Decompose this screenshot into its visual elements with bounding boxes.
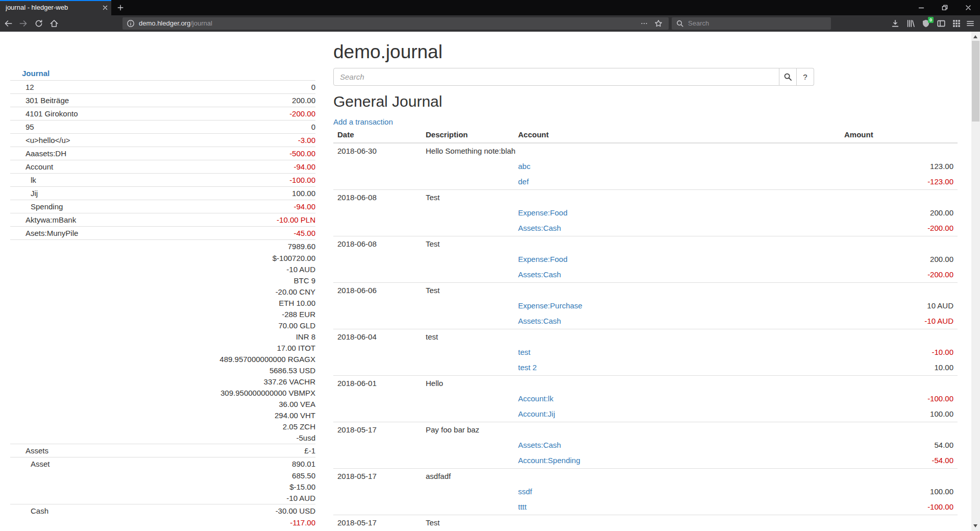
scroll-down-icon[interactable] xyxy=(973,524,977,527)
sidebar-account-row: Assets£-1 xyxy=(10,444,315,457)
forward-icon[interactable] xyxy=(16,16,31,31)
sidebar-account-link[interactable]: 301 Beiträge xyxy=(26,96,69,105)
menu-icon[interactable] xyxy=(966,19,975,28)
posting-account-link[interactable]: abc xyxy=(518,162,530,171)
posting-date-spacer xyxy=(333,298,422,313)
posting-account-link[interactable]: Expense:Purchase xyxy=(518,301,582,310)
sidebar-account-link[interactable]: Assets xyxy=(26,446,48,455)
tab-close-icon[interactable] xyxy=(101,4,109,12)
sidebar-account-name-cell xyxy=(10,275,137,286)
sidebar-account-link[interactable]: lk xyxy=(31,176,36,184)
posting-account-link[interactable]: Assets:Cash xyxy=(518,441,561,449)
grid-icon[interactable] xyxy=(952,19,961,28)
sidebar-account-balance: -117.00 xyxy=(137,517,315,528)
posting-account-link[interactable]: Expense:Food xyxy=(518,255,568,263)
sidebar-account-row: 17.00 ITOT xyxy=(10,343,315,354)
posting-account-link[interactable]: Account:Spending xyxy=(518,456,580,465)
search-button[interactable] xyxy=(779,68,797,86)
posting-account-link[interactable]: Expense:Food xyxy=(518,208,568,217)
search-icon xyxy=(783,73,792,81)
posting-row: test 210.00 xyxy=(333,360,958,376)
transaction-date: 2018-05-17 xyxy=(333,469,422,485)
sidebar-account-balance: 7989.60 xyxy=(137,240,315,253)
posting-account-link[interactable]: def xyxy=(518,177,529,186)
scrollbar-thumb[interactable] xyxy=(972,41,979,122)
new-tab-icon[interactable] xyxy=(116,4,125,12)
sidebar-account-link[interactable]: 12 xyxy=(26,83,34,91)
scroll-up-icon[interactable] xyxy=(973,35,977,38)
sidebar-account-name-cell: Aaasets:DH xyxy=(10,147,137,160)
posting-account-link[interactable]: Account:Jij xyxy=(518,409,555,418)
browser-toolbar: demo.hledger.org/journal Search 0 xyxy=(0,15,980,32)
posting-account-link[interactable]: Assets:Cash xyxy=(518,317,561,325)
sidebar-account-name-cell: Account xyxy=(10,160,137,174)
sidebar-account-link[interactable]: Asset xyxy=(31,460,50,468)
sidebar-account-name-cell xyxy=(10,253,137,264)
library-icon[interactable] xyxy=(906,19,915,28)
sidebar-account-link[interactable]: Aktywa:mBank xyxy=(26,215,76,224)
sidebar-journal-link[interactable]: Journal xyxy=(22,69,50,78)
home-icon[interactable] xyxy=(47,16,61,31)
add-transaction-link[interactable]: Add a transaction xyxy=(333,117,393,126)
reload-icon[interactable] xyxy=(32,16,46,31)
url-bar[interactable]: demo.hledger.org/journal xyxy=(122,17,669,30)
sidebar-account-link[interactable]: Asets:MunyPile xyxy=(26,229,78,237)
sidebar-account-name-cell xyxy=(10,286,137,298)
sidebar-account-link[interactable]: <u>hello</u> xyxy=(26,136,70,144)
sidebar-toggle-icon[interactable] xyxy=(937,19,946,28)
posting-description-spacer xyxy=(422,345,514,360)
bookmark-star-icon[interactable] xyxy=(654,19,663,28)
sidebar-account-link[interactable]: Cash xyxy=(31,506,48,515)
sidebar-account-name-cell xyxy=(10,264,137,275)
close-icon[interactable] xyxy=(957,0,980,15)
sidebar-account-row: 70.00 GLD xyxy=(10,320,315,331)
posting-description-spacer xyxy=(422,298,514,313)
posting-amount: 200.00 xyxy=(840,252,958,267)
transaction-account-spacer xyxy=(514,515,840,531)
posting-date-spacer xyxy=(333,345,422,360)
sidebar-account-row: 301 Beiträge200.00 xyxy=(10,94,315,107)
sidebar-account-balance: 337.26 VACHR xyxy=(137,376,315,388)
transaction-title-row: 2018-06-08Test xyxy=(333,190,958,206)
posting-account-link[interactable]: Account:lk xyxy=(518,394,553,403)
minimize-icon[interactable] xyxy=(910,0,933,15)
restore-icon[interactable] xyxy=(933,0,957,15)
posting-account-link[interactable]: test 2 xyxy=(518,363,537,372)
info-icon[interactable] xyxy=(127,19,135,28)
scrollbar[interactable] xyxy=(971,32,980,531)
posting-account-link[interactable]: ssdf xyxy=(518,487,532,496)
posting-account-link[interactable]: tttt xyxy=(518,502,527,511)
posting-row: Expense:Food200.00 xyxy=(333,252,958,267)
posting-account-link[interactable]: test xyxy=(518,348,530,356)
posting-row: Account:Spending-54.00 xyxy=(333,453,958,469)
sidebar-account-name-cell xyxy=(10,309,137,320)
transaction-description: Hello xyxy=(422,376,514,392)
page-actions-icon[interactable] xyxy=(640,19,648,28)
posting-date-spacer xyxy=(333,252,422,267)
adblocker-icon[interactable]: 0 xyxy=(921,19,930,28)
sidebar-account-link[interactable]: 4101 Girokonto xyxy=(26,109,78,118)
browser-tab[interactable]: journal - hledger-web xyxy=(0,0,111,15)
sidebar-account-row: $-15.00 xyxy=(10,481,315,493)
search-input[interactable] xyxy=(333,68,779,86)
sidebar-account-link[interactable]: Jij xyxy=(31,189,38,198)
sidebar-account-link[interactable]: 95 xyxy=(26,123,34,131)
sidebar-account-name-cell xyxy=(10,376,137,388)
posting-row: Account:lk-100.00 xyxy=(333,391,958,406)
transaction-description: Test xyxy=(422,190,514,206)
posting-date-spacer xyxy=(333,267,422,283)
sidebar-account-link[interactable]: Account xyxy=(26,162,53,171)
sidebar-account-balance: 100.00 xyxy=(137,187,315,200)
back-icon[interactable] xyxy=(1,16,15,31)
sidebar-account-link[interactable]: Aaasets:DH xyxy=(26,149,66,158)
sidebar-account-link[interactable]: Spending xyxy=(31,202,63,211)
posting-description-spacer xyxy=(422,221,514,236)
posting-account-link[interactable]: Assets:Cash xyxy=(518,224,561,232)
help-button[interactable]: ? xyxy=(797,68,814,86)
transaction-title-row: 2018-06-30Hello Something note:blah xyxy=(333,143,958,159)
download-icon[interactable] xyxy=(891,19,900,28)
sidebar-account-row: Asset890.01 xyxy=(10,457,315,471)
posting-account-link[interactable]: Assets:Cash xyxy=(518,270,561,279)
posting-account-cell: Account:Jij xyxy=(514,406,840,422)
browser-search-bar[interactable]: Search xyxy=(672,17,831,30)
